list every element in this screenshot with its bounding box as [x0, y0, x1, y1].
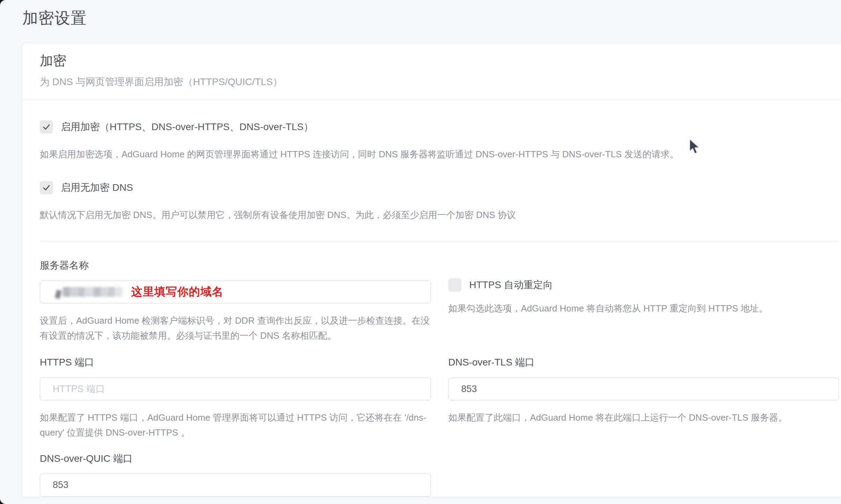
card-header: 加密 为 DNS 与网页管理界面启用加密（HTTPS/QUIC/TLS） [22, 43, 841, 100]
https-redirect-description: 如果勾选此选项，AdGuard Home 将自动将您从 HTTP 重定向到 HT… [448, 301, 839, 316]
enable-encryption-checkbox[interactable] [40, 120, 53, 134]
enable-encryption-row: 启用加密（HTTPS、DNS-over-HTTPS、DNS-over-TLS） [40, 120, 839, 134]
dns-over-tls-port-description: 如果配置了此端口，AdGuard Home 将在此端口上运行一个 DNS-ove… [448, 410, 839, 425]
server-name-field: 服务器名称 这里填写你的域名 [40, 259, 431, 343]
form-grid: 服务器名称 这里填写你的域名 [40, 259, 839, 497]
dns-over-quic-port-input[interactable] [40, 474, 431, 497]
dns-over-quic-port-label: DNS-over-QUIC 端口 [40, 452, 431, 465]
dns-over-quic-port-field: DNS-over-QUIC 端口 [40, 440, 431, 497]
redacted-server-name [56, 287, 122, 297]
https-redirect-checkbox[interactable] [448, 278, 462, 292]
server-name-description: 设置后，AdGuard Home 检测客户端标识号，对 DDR 查询作出反应，以… [40, 313, 431, 343]
server-name-input[interactable]: 这里填写你的域名 [40, 280, 431, 303]
https-port-label: HTTPS 端口 [40, 356, 431, 369]
dns-over-tls-port-input[interactable] [448, 377, 839, 400]
https-redirect-row: HTTPS 自动重定向 [448, 278, 839, 292]
page-title: 加密设置 [0, 0, 841, 29]
https-port-description: 如果配置了 HTTPS 端口，AdGuard Home 管理界面将可以通过 HT… [40, 410, 431, 440]
enable-plain-dns-checkbox[interactable] [40, 181, 53, 194]
encryption-card: 加密 为 DNS 与网页管理界面启用加密（HTTPS/QUIC/TLS） 启用加… [22, 43, 841, 497]
section-divider [40, 241, 839, 241]
enable-plain-dns-description: 默认情况下启用无加密 DNS。用户可以禁用它，强制所有设备使用加密 DNS。为此… [40, 208, 839, 222]
enable-plain-dns-row: 启用无加密 DNS [40, 181, 839, 194]
checkmark-icon [42, 122, 51, 131]
enable-plain-dns-label[interactable]: 启用无加密 DNS [61, 181, 133, 194]
dns-over-tls-port-field: DNS-over-TLS 端口 如果配置了此端口，AdGuard Home 将在… [448, 343, 839, 440]
https-port-field: HTTPS 端口 如果配置了 HTTPS 端口，AdGuard Home 管理界… [40, 343, 431, 440]
domain-annotation: 这里填写你的域名 [131, 284, 223, 300]
https-port-input[interactable] [40, 377, 431, 400]
https-redirect-field: HTTPS 自动重定向 如果勾选此选项，AdGuard Home 将自动将您从 … [448, 259, 839, 343]
card-body: 启用加密（HTTPS、DNS-over-HTTPS、DNS-over-TLS） … [22, 100, 841, 497]
enable-encryption-description: 如果启用加密选项，AdGuard Home 的网页管理界面将通过 HTTPS 连… [40, 147, 839, 161]
enable-encryption-label[interactable]: 启用加密（HTTPS、DNS-over-HTTPS、DNS-over-TLS） [61, 120, 313, 134]
card-subtitle: 为 DNS 与网页管理界面启用加密（HTTPS/QUIC/TLS） [40, 75, 824, 89]
card-title: 加密 [40, 52, 824, 70]
checkmark-icon [42, 183, 51, 192]
empty-cell [448, 440, 839, 497]
https-redirect-label[interactable]: HTTPS 自动重定向 [469, 278, 553, 292]
dns-over-tls-port-label: DNS-over-TLS 端口 [448, 356, 839, 369]
encryption-settings-page: 加密设置 加密 为 DNS 与网页管理界面启用加密（HTTPS/QUIC/TLS… [0, 0, 841, 504]
server-name-label: 服务器名称 [40, 259, 431, 272]
